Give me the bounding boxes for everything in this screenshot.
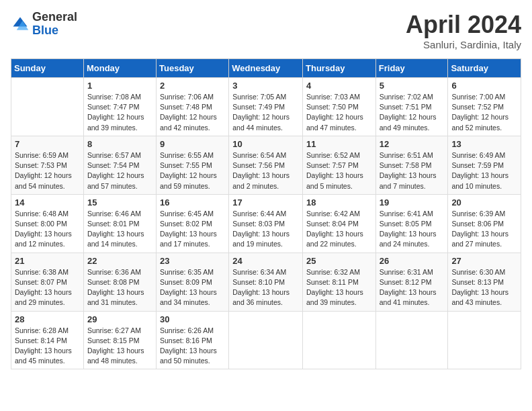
day-cell: 10Sunrise: 6:54 AMSunset: 7:56 PMDayligh… bbox=[229, 136, 303, 194]
week-row-1: 1Sunrise: 7:08 AMSunset: 7:47 PMDaylight… bbox=[11, 78, 521, 136]
logo-icon bbox=[11, 15, 30, 34]
day-info: Sunrise: 6:42 AMSunset: 8:04 PMDaylight:… bbox=[306, 209, 372, 250]
day-number: 14 bbox=[15, 197, 80, 208]
day-number: 27 bbox=[451, 256, 517, 266]
day-cell: 12Sunrise: 6:51 AMSunset: 7:58 PMDayligh… bbox=[375, 136, 448, 194]
day-info: Sunrise: 6:27 AMSunset: 8:15 PMDaylight:… bbox=[87, 326, 152, 367]
day-info: Sunrise: 6:36 AMSunset: 8:08 PMDaylight:… bbox=[87, 267, 152, 308]
calendar-table: SundayMondayTuesdayWednesdayThursdayFrid… bbox=[11, 58, 521, 369]
col-header-thursday: Thursday bbox=[303, 59, 376, 78]
day-number: 11 bbox=[306, 139, 372, 149]
page-header: General Blue April 2024 Sanluri, Sardini… bbox=[11, 11, 521, 50]
day-info: Sunrise: 7:00 AMSunset: 7:52 PMDaylight:… bbox=[451, 92, 517, 133]
day-number: 4 bbox=[306, 81, 372, 91]
day-cell: 6Sunrise: 7:00 AMSunset: 7:52 PMDaylight… bbox=[448, 78, 521, 136]
day-info: Sunrise: 6:26 AMSunset: 8:16 PMDaylight:… bbox=[160, 326, 225, 367]
day-number: 10 bbox=[232, 139, 299, 149]
day-cell: 2Sunrise: 7:06 AMSunset: 7:48 PMDaylight… bbox=[157, 78, 229, 136]
day-info: Sunrise: 6:34 AMSunset: 8:10 PMDaylight:… bbox=[232, 267, 299, 308]
logo: General Blue bbox=[11, 11, 77, 38]
day-number: 24 bbox=[232, 256, 299, 266]
day-info: Sunrise: 6:45 AMSunset: 8:02 PMDaylight:… bbox=[160, 209, 225, 250]
col-header-tuesday: Tuesday bbox=[157, 59, 229, 78]
day-info: Sunrise: 6:52 AMSunset: 7:57 PMDaylight:… bbox=[306, 150, 372, 191]
day-info: Sunrise: 7:02 AMSunset: 7:51 PMDaylight:… bbox=[380, 92, 445, 133]
day-info: Sunrise: 6:38 AMSunset: 8:07 PMDaylight:… bbox=[15, 267, 80, 308]
day-cell bbox=[303, 311, 376, 369]
day-cell: 8Sunrise: 6:57 AMSunset: 7:54 PMDaylight… bbox=[83, 136, 156, 194]
week-row-4: 21Sunrise: 6:38 AMSunset: 8:07 PMDayligh… bbox=[11, 253, 521, 311]
day-info: Sunrise: 7:03 AMSunset: 7:50 PMDaylight:… bbox=[306, 92, 372, 133]
day-number: 16 bbox=[160, 197, 225, 208]
day-cell: 20Sunrise: 6:39 AMSunset: 8:06 PMDayligh… bbox=[448, 194, 521, 253]
day-cell: 24Sunrise: 6:34 AMSunset: 8:10 PMDayligh… bbox=[229, 253, 303, 311]
day-cell: 4Sunrise: 7:03 AMSunset: 7:50 PMDaylight… bbox=[303, 78, 376, 136]
header-row: SundayMondayTuesdayWednesdayThursdayFrid… bbox=[11, 59, 521, 78]
day-number: 28 bbox=[15, 314, 80, 324]
day-cell bbox=[448, 311, 521, 369]
col-header-monday: Monday bbox=[83, 59, 156, 78]
day-cell bbox=[229, 311, 303, 369]
day-number: 8 bbox=[87, 139, 152, 149]
day-info: Sunrise: 6:51 AMSunset: 7:58 PMDaylight:… bbox=[380, 150, 445, 191]
day-number: 5 bbox=[380, 81, 445, 91]
day-info: Sunrise: 6:46 AMSunset: 8:01 PMDaylight:… bbox=[87, 209, 152, 250]
week-row-3: 14Sunrise: 6:48 AMSunset: 8:00 PMDayligh… bbox=[11, 194, 521, 253]
day-info: Sunrise: 6:49 AMSunset: 7:59 PMDaylight:… bbox=[451, 150, 517, 191]
day-info: Sunrise: 6:55 AMSunset: 7:55 PMDaylight:… bbox=[160, 150, 225, 191]
day-number: 9 bbox=[160, 139, 225, 149]
day-info: Sunrise: 6:32 AMSunset: 8:11 PMDaylight:… bbox=[306, 267, 372, 308]
day-number: 13 bbox=[451, 139, 517, 149]
day-cell bbox=[11, 78, 84, 136]
day-number: 20 bbox=[451, 197, 517, 208]
day-info: Sunrise: 6:35 AMSunset: 8:09 PMDaylight:… bbox=[160, 267, 225, 308]
day-number: 19 bbox=[380, 197, 445, 208]
day-number: 3 bbox=[232, 81, 299, 91]
day-cell: 17Sunrise: 6:44 AMSunset: 8:03 PMDayligh… bbox=[229, 194, 303, 253]
day-number: 22 bbox=[87, 256, 152, 266]
day-cell bbox=[375, 311, 448, 369]
day-info: Sunrise: 7:06 AMSunset: 7:48 PMDaylight:… bbox=[160, 92, 225, 133]
day-info: Sunrise: 6:39 AMSunset: 8:06 PMDaylight:… bbox=[451, 209, 517, 250]
day-info: Sunrise: 6:41 AMSunset: 8:05 PMDaylight:… bbox=[380, 209, 445, 250]
day-number: 25 bbox=[306, 256, 372, 266]
day-info: Sunrise: 6:54 AMSunset: 7:56 PMDaylight:… bbox=[232, 150, 299, 191]
day-number: 26 bbox=[380, 256, 445, 266]
day-number: 17 bbox=[232, 197, 299, 208]
day-number: 23 bbox=[160, 256, 225, 266]
day-cell: 16Sunrise: 6:45 AMSunset: 8:02 PMDayligh… bbox=[157, 194, 229, 253]
day-cell: 19Sunrise: 6:41 AMSunset: 8:05 PMDayligh… bbox=[375, 194, 448, 253]
week-row-2: 7Sunrise: 6:59 AMSunset: 7:53 PMDaylight… bbox=[11, 136, 521, 194]
day-cell: 30Sunrise: 6:26 AMSunset: 8:16 PMDayligh… bbox=[157, 311, 229, 369]
day-number: 7 bbox=[15, 139, 80, 149]
day-info: Sunrise: 6:31 AMSunset: 8:12 PMDaylight:… bbox=[380, 267, 445, 308]
day-cell: 13Sunrise: 6:49 AMSunset: 7:59 PMDayligh… bbox=[448, 136, 521, 194]
day-cell: 27Sunrise: 6:30 AMSunset: 8:13 PMDayligh… bbox=[448, 253, 521, 311]
day-info: Sunrise: 6:44 AMSunset: 8:03 PMDaylight:… bbox=[232, 209, 299, 250]
day-number: 6 bbox=[451, 81, 517, 91]
day-cell: 18Sunrise: 6:42 AMSunset: 8:04 PMDayligh… bbox=[303, 194, 376, 253]
col-header-friday: Friday bbox=[375, 59, 448, 78]
day-info: Sunrise: 7:05 AMSunset: 7:49 PMDaylight:… bbox=[232, 92, 299, 133]
day-cell: 7Sunrise: 6:59 AMSunset: 7:53 PMDaylight… bbox=[11, 136, 84, 194]
day-info: Sunrise: 6:59 AMSunset: 7:53 PMDaylight:… bbox=[15, 150, 80, 191]
day-cell: 25Sunrise: 6:32 AMSunset: 8:11 PMDayligh… bbox=[303, 253, 376, 311]
day-info: Sunrise: 7:08 AMSunset: 7:47 PMDaylight:… bbox=[87, 92, 152, 133]
day-number: 2 bbox=[160, 81, 225, 91]
day-number: 12 bbox=[380, 139, 445, 149]
week-row-5: 28Sunrise: 6:28 AMSunset: 8:14 PMDayligh… bbox=[11, 311, 521, 369]
day-cell: 23Sunrise: 6:35 AMSunset: 8:09 PMDayligh… bbox=[157, 253, 229, 311]
day-cell: 22Sunrise: 6:36 AMSunset: 8:08 PMDayligh… bbox=[83, 253, 156, 311]
day-number: 30 bbox=[160, 314, 225, 324]
day-cell: 29Sunrise: 6:27 AMSunset: 8:15 PMDayligh… bbox=[83, 311, 156, 369]
day-cell: 14Sunrise: 6:48 AMSunset: 8:00 PMDayligh… bbox=[11, 194, 84, 253]
day-info: Sunrise: 6:57 AMSunset: 7:54 PMDaylight:… bbox=[87, 150, 152, 191]
day-number: 18 bbox=[306, 197, 372, 208]
location-text: Sanluri, Sardinia, Italy bbox=[406, 39, 521, 50]
day-cell: 26Sunrise: 6:31 AMSunset: 8:12 PMDayligh… bbox=[375, 253, 448, 311]
month-title: April 2024 bbox=[406, 11, 521, 39]
day-cell: 1Sunrise: 7:08 AMSunset: 7:47 PMDaylight… bbox=[83, 78, 156, 136]
title-area: April 2024 Sanluri, Sardinia, Italy bbox=[406, 11, 521, 50]
day-cell: 15Sunrise: 6:46 AMSunset: 8:01 PMDayligh… bbox=[83, 194, 156, 253]
col-header-wednesday: Wednesday bbox=[229, 59, 303, 78]
